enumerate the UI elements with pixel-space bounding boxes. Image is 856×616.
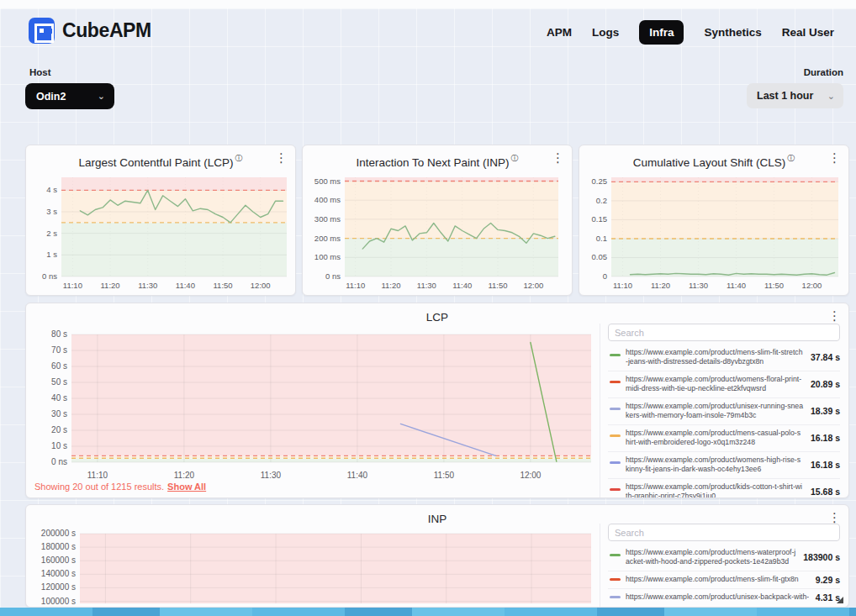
tab-real-user[interactable]: Real User: [782, 26, 834, 39]
svg-text:0: 0: [603, 271, 607, 281]
svg-text:120000 s: 120000 s: [41, 582, 76, 592]
cubeapm-logo: CubeAPM: [29, 18, 151, 44]
card-title: Interaction To Next Paint (INP)ⓘ: [303, 145, 572, 169]
series-color-marker: [610, 354, 621, 356]
host-label: Host: [29, 67, 51, 77]
url-list-item[interactable]: https://www.example.com/product/mens-cas…: [608, 425, 840, 452]
svg-text:40 s: 40 s: [51, 393, 67, 403]
metric-value: 15.68 s: [811, 487, 840, 497]
tab-logs[interactable]: Logs: [592, 26, 619, 39]
svg-text:11:30: 11:30: [689, 281, 708, 290]
metric-value: 16.18 s: [811, 460, 840, 470]
tab-apm[interactable]: APM: [547, 26, 572, 39]
svg-text:80 s: 80 s: [51, 329, 67, 339]
svg-text:4 s: 4 s: [46, 185, 57, 194]
cls-overview-card: ⋮ Cumulative Layout Shift (CLS)ⓘ 00.050.…: [579, 145, 849, 296]
svg-text:3 s: 3 s: [46, 207, 57, 216]
series-color-marker: [610, 488, 621, 491]
lcp-overview-chart[interactable]: 0 ns1 s2 s3 s4 s11:1011:2011:3011:4011:5…: [28, 171, 295, 297]
inp-url-panel: https://www.example.com/product/mens-wat…: [600, 524, 840, 607]
svg-text:500 ms: 500 ms: [314, 176, 341, 186]
kebab-menu-icon[interactable]: ⋮: [828, 151, 841, 164]
results-note: Showing 20 out of 1215 results.Show All: [34, 482, 206, 492]
url-list-item[interactable]: https://www.example.com/product/mens-sli…: [608, 571, 840, 589]
svg-text:11:40: 11:40: [347, 471, 368, 480]
url-label: https://www.example.com/product/unisex-b…: [626, 592, 809, 602]
inp-overview-chart[interactable]: 0 ns100 ms200 ms300 ms400 ms500 ms11:101…: [304, 171, 567, 297]
svg-text:400 ms: 400 ms: [314, 195, 341, 204]
url-list-item[interactable]: https://www.example.com/product/mens-sli…: [608, 345, 840, 371]
search-input[interactable]: [608, 324, 840, 341]
cls-overview-chart[interactable]: 00.050.10.150.20.2511:1011:2011:3011:401…: [581, 171, 847, 297]
svg-text:1 s: 1 s: [46, 250, 57, 259]
url-label: https://www.example.com/product/womens-f…: [626, 375, 804, 394]
url-label: https://www.example.com/product/womens-h…: [626, 455, 804, 475]
kebab-menu-icon[interactable]: ⋮: [828, 309, 841, 322]
svg-text:70 s: 70 s: [51, 345, 67, 355]
svg-text:12:00: 12:00: [251, 281, 271, 290]
svg-text:11:20: 11:20: [651, 281, 670, 290]
duration-select-value: Last 1 hour: [757, 90, 813, 102]
info-icon[interactable]: ⓘ: [787, 154, 795, 162]
main-nav: APM Logs Infra Synthetics Real User: [547, 20, 834, 45]
url-list-item[interactable]: https://www.example.com/product/kids-cot…: [608, 479, 840, 498]
card-title: Largest Contentful Paint (LCP)ⓘ: [26, 145, 295, 169]
svg-text:0.05: 0.05: [592, 252, 608, 261]
svg-text:12:00: 12:00: [523, 281, 543, 290]
tab-synthetics[interactable]: Synthetics: [704, 26, 761, 39]
series-color-marker: [610, 408, 621, 410]
url-label: https://www.example.com/product/kids-cot…: [626, 482, 804, 498]
overview-cards-row: ⋮ Largest Contentful Paint (LCP)ⓘ 0 ns1 …: [25, 145, 849, 296]
metric-value: 183900 s: [803, 552, 840, 562]
svg-text:160000 s: 160000 s: [41, 555, 76, 565]
url-label: https://www.example.com/product/unisex-r…: [626, 402, 804, 421]
show-all-link[interactable]: Show All: [167, 482, 206, 492]
svg-text:11:50: 11:50: [488, 281, 507, 290]
svg-text:0.15: 0.15: [592, 214, 608, 224]
metric-value: 9.29 s: [816, 575, 840, 585]
metric-value: 20.89 s: [811, 379, 840, 389]
kebab-menu-icon[interactable]: ⋮: [275, 151, 288, 164]
chevron-down-icon: ⌄: [827, 92, 835, 101]
series-color-marker: [610, 578, 621, 581]
svg-text:140000 s: 140000 s: [41, 569, 76, 578]
url-list-item[interactable]: https://www.example.com/product/womens-h…: [608, 452, 840, 479]
svg-text:0 ns: 0 ns: [325, 271, 341, 281]
lcp-overview-card: ⋮ Largest Contentful Paint (LCP)ⓘ 0 ns1 …: [25, 145, 296, 296]
svg-text:0.25: 0.25: [592, 176, 608, 186]
svg-text:2 s: 2 s: [46, 229, 57, 238]
lcp-detail-chart[interactable]: 0 ns10 s20 s30 s40 s50 s60 s70 s80 s11:1…: [33, 327, 598, 487]
svg-text:100000 s: 100000 s: [41, 597, 76, 604]
tab-infra[interactable]: Infra: [639, 20, 684, 45]
svg-text:11:40: 11:40: [452, 281, 472, 290]
duration-select[interactable]: Last 1 hour ⌄: [747, 83, 843, 108]
svg-text:11:40: 11:40: [727, 281, 746, 290]
metric-value: 16.18 s: [811, 433, 840, 443]
svg-text:200 ms: 200 ms: [314, 234, 341, 243]
svg-text:11:10: 11:10: [346, 281, 365, 290]
kebab-menu-icon[interactable]: ⋮: [828, 511, 841, 524]
svg-text:11:20: 11:20: [174, 471, 195, 480]
svg-text:12:00: 12:00: [520, 471, 541, 480]
svg-text:50 s: 50 s: [51, 377, 67, 387]
url-list-item[interactable]: https://www.example.com/product/unisex-r…: [608, 398, 840, 425]
svg-text:11:50: 11:50: [764, 281, 784, 290]
lcp-detail-title: LCP: [26, 303, 848, 324]
url-list-item[interactable]: https://www.example.com/product/mens-wat…: [608, 545, 840, 571]
info-icon[interactable]: ⓘ: [511, 154, 519, 162]
host-select[interactable]: Odin2 ⌄: [25, 83, 114, 109]
metric-value: 18.39 s: [811, 406, 840, 416]
url-list-item[interactable]: https://www.example.com/product/unisex-b…: [608, 589, 840, 606]
host-select-value: Odin2: [36, 91, 66, 103]
url-label: https://www.example.com/product/mens-wat…: [626, 548, 796, 567]
kebab-menu-icon[interactable]: ⋮: [552, 151, 564, 164]
resize-grip-icon[interactable]: [837, 597, 843, 603]
inp-detail-chart[interactable]: 100000 s120000 s140000 s160000 s180000 s…: [33, 527, 598, 608]
svg-text:0.1: 0.1: [596, 234, 607, 243]
svg-text:12:00: 12:00: [802, 281, 822, 290]
url-list-item[interactable]: https://www.example.com/product/womens-f…: [608, 371, 840, 398]
window-top-edge: [0, 0, 856, 8]
svg-text:11:20: 11:20: [381, 281, 400, 290]
info-icon[interactable]: ⓘ: [235, 154, 242, 162]
search-input[interactable]: [608, 524, 840, 541]
